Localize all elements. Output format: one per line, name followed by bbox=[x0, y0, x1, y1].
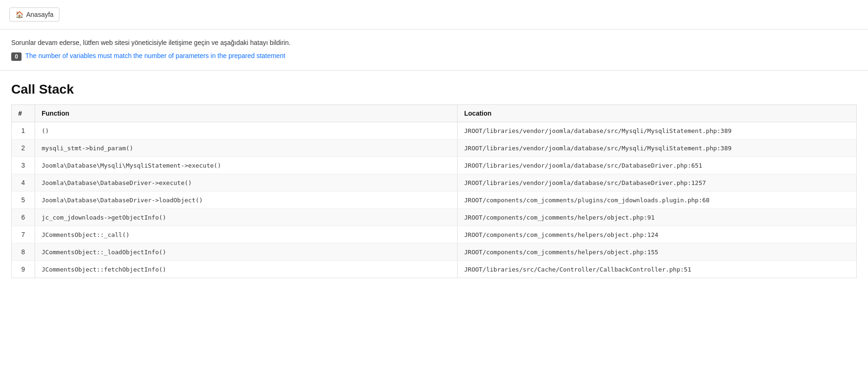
error-detail-text: The number of variables must match the n… bbox=[25, 52, 285, 59]
row-function: JCommentsObject::_loadObjectInfo() bbox=[35, 243, 458, 261]
row-function: Joomla\Database\DatabaseDriver->execute(… bbox=[35, 174, 458, 192]
callstack-title: Call Stack bbox=[11, 82, 857, 97]
row-function: mysqli_stmt->bind_param() bbox=[35, 140, 458, 157]
row-num: 8 bbox=[12, 243, 35, 261]
home-button-label: Anasayfa bbox=[26, 11, 53, 18]
table-row: 3Joomla\Database\Mysqli\MysqliStatement-… bbox=[12, 157, 857, 174]
table-row: 9JCommentsObject::fetchObjectInfo()JROOT… bbox=[12, 261, 857, 278]
row-location: JROOT/libraries/vendor/joomla/database/s… bbox=[458, 140, 857, 157]
top-bar: 🏠 Anasayfa bbox=[0, 0, 868, 29]
table-header-row: # Function Location bbox=[12, 105, 857, 122]
error-badge: 0 bbox=[11, 52, 22, 61]
row-location: JROOT/components/com_jcomments/plugins/c… bbox=[458, 192, 857, 209]
table-row: 7JCommentsObject::_call()JROOT/component… bbox=[12, 226, 857, 243]
row-function: JCommentsObject::fetchObjectInfo() bbox=[35, 261, 458, 278]
row-function: Joomla\Database\Mysqli\MysqliStatement->… bbox=[35, 157, 458, 174]
row-location: JROOT/libraries/vendor/joomla/database/s… bbox=[458, 157, 857, 174]
row-function: JCommentsObject::_call() bbox=[35, 226, 458, 243]
row-num: 2 bbox=[12, 140, 35, 157]
row-num: 4 bbox=[12, 174, 35, 192]
row-num: 1 bbox=[12, 122, 35, 140]
home-icon: 🏠 bbox=[15, 11, 23, 18]
col-header-num: # bbox=[12, 105, 35, 122]
callstack-section: Call Stack # Function Location 1()JROOT/… bbox=[0, 71, 868, 278]
row-num: 9 bbox=[12, 261, 35, 278]
row-location: JROOT/components/com_jcomments/helpers/o… bbox=[458, 243, 857, 261]
row-location: JROOT/libraries/vendor/joomla/database/s… bbox=[458, 174, 857, 192]
table-row: 5Joomla\Database\DatabaseDriver->loadObj… bbox=[12, 192, 857, 209]
row-function: Joomla\Database\DatabaseDriver->loadObje… bbox=[35, 192, 458, 209]
home-button[interactable]: 🏠 Anasayfa bbox=[9, 7, 59, 22]
row-function: jc_com_jdownloads->getObjectInfo() bbox=[35, 209, 458, 226]
row-location: JROOT/libraries/vendor/joomla/database/s… bbox=[458, 122, 857, 140]
table-row: 8JCommentsObject::_loadObjectInfo()JROOT… bbox=[12, 243, 857, 261]
error-section: Sorunlar devam ederse, lütfen web sitesi… bbox=[0, 29, 868, 71]
error-badge-row: 0 The number of variables must match the… bbox=[11, 52, 857, 61]
error-message-text: Sorunlar devam ederse, lütfen web sitesi… bbox=[11, 39, 857, 46]
row-function: () bbox=[35, 122, 458, 140]
table-row: 4Joomla\Database\DatabaseDriver->execute… bbox=[12, 174, 857, 192]
table-row: 2mysqli_stmt->bind_param()JROOT/librarie… bbox=[12, 140, 857, 157]
table-row: 6jc_com_jdownloads->getObjectInfo()JROOT… bbox=[12, 209, 857, 226]
table-row: 1()JROOT/libraries/vendor/joomla/databas… bbox=[12, 122, 857, 140]
row-location: JROOT/libraries/src/Cache/Controller/Cal… bbox=[458, 261, 857, 278]
col-header-location: Location bbox=[458, 105, 857, 122]
row-num: 5 bbox=[12, 192, 35, 209]
row-num: 7 bbox=[12, 226, 35, 243]
row-location: JROOT/components/com_jcomments/helpers/o… bbox=[458, 226, 857, 243]
row-num: 3 bbox=[12, 157, 35, 174]
row-num: 6 bbox=[12, 209, 35, 226]
row-location: JROOT/components/com_jcomments/helpers/o… bbox=[458, 209, 857, 226]
callstack-table: # Function Location 1()JROOT/libraries/v… bbox=[11, 104, 857, 278]
col-header-function: Function bbox=[35, 105, 458, 122]
